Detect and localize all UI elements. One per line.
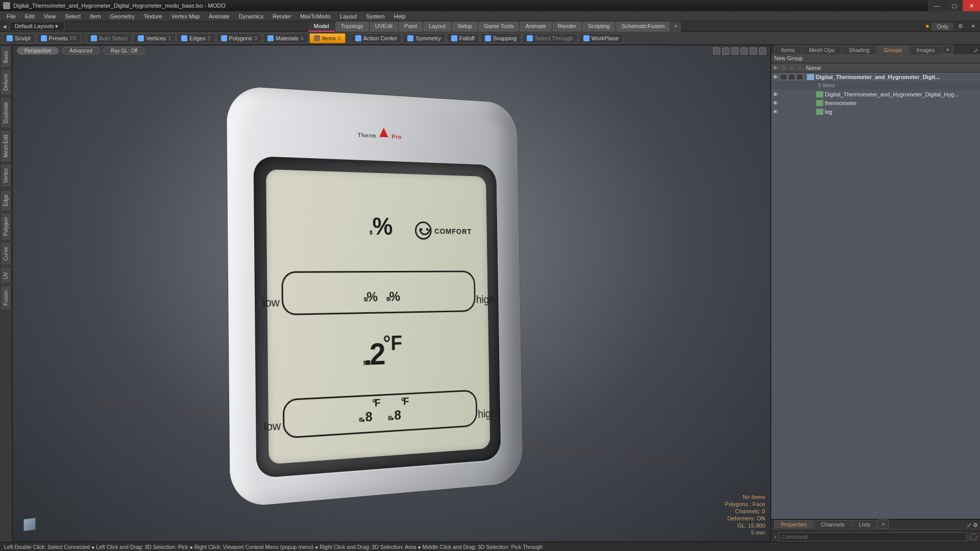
toolbar-auto-select[interactable]: Auto Select: [86, 33, 132, 43]
tree-row[interactable]: 👁thermometer: [771, 98, 980, 107]
sidetab-deform[interactable]: Deform: [2, 70, 10, 94]
menu-texture[interactable]: Texture: [139, 13, 167, 19]
new-group-button[interactable]: New Group: [771, 54, 980, 63]
toolbar-sculpt[interactable]: Sculpt: [2, 33, 35, 43]
pan-icon[interactable]: [722, 47, 729, 55]
menu-edit[interactable]: Edit: [20, 13, 39, 19]
menu-dynamics[interactable]: Dynamics: [234, 13, 268, 19]
toolbar-action-center[interactable]: Action Center: [351, 33, 402, 43]
toolbar-items[interactable]: Items 5: [309, 33, 346, 43]
col-b-icon[interactable]: ○: [788, 65, 796, 71]
menu-view[interactable]: View: [39, 13, 61, 19]
menu-help[interactable]: Help: [389, 13, 410, 19]
viewport-3d[interactable]: PerspectiveAdvancedRay GL: Off Therm▲Pro…: [12, 45, 771, 542]
sidetab-uv[interactable]: UV: [2, 268, 10, 283]
tree-check[interactable]: [788, 74, 795, 80]
toolbar-snapping[interactable]: Snapping: [480, 33, 522, 43]
menu-vertex-map[interactable]: Vertex Map: [167, 13, 205, 19]
viewport-pill-0[interactable]: Perspective: [17, 47, 59, 55]
menu-file[interactable]: File: [2, 13, 20, 19]
toolbar-materials[interactable]: Materials 4: [263, 33, 308, 43]
tab-paint[interactable]: Paint: [399, 21, 423, 32]
sidetab-polygon[interactable]: Polygon: [2, 214, 10, 239]
prop-expand-icon[interactable]: ⤢ ⚙: [967, 522, 978, 529]
tab-game tools[interactable]: Game Tools: [478, 21, 520, 32]
menu-layout[interactable]: Layout: [335, 13, 361, 19]
rp-tab-mesh-ops[interactable]: Mesh Ops: [802, 45, 841, 54]
sidetab-vertex[interactable]: Vertex: [2, 165, 10, 186]
menu-item[interactable]: Item: [85, 13, 105, 19]
toolbar-workplane[interactable]: WorkPlane: [579, 33, 624, 43]
viewport-pill-2[interactable]: Ray GL: Off: [103, 47, 145, 55]
visibility-toggle[interactable]: 👁: [771, 109, 779, 115]
menu-system[interactable]: System: [361, 13, 389, 19]
col-a-icon[interactable]: ◇: [779, 64, 788, 71]
layout-dropdown[interactable]: Default Layouts ▾: [9, 21, 64, 31]
window-minimize-button[interactable]: —: [928, 0, 945, 11]
rp-tab-groups[interactable]: Groups: [877, 45, 909, 54]
only-button[interactable]: Only: [932, 22, 953, 31]
layout-back-button[interactable]: ◄: [0, 23, 9, 30]
viewport-options-icon[interactable]: [750, 47, 757, 55]
sidetab-basic[interactable]: Basic: [2, 47, 10, 66]
tab-layout[interactable]: Layout: [423, 21, 451, 32]
tab-uvedit[interactable]: UVEdit: [370, 21, 398, 32]
zoom-icon[interactable]: [731, 47, 739, 55]
visibility-col-icon[interactable]: 👁: [771, 65, 779, 71]
tree-row[interactable]: 👁Digital_Thermometer_and_Hygrometer_Digi…: [771, 90, 980, 98]
rp-expand-icon[interactable]: ⤢: [973, 47, 978, 54]
toolbar-vertices[interactable]: Vertices 1: [133, 33, 176, 43]
viewport-gear-icon[interactable]: [741, 47, 748, 55]
menu-geometry[interactable]: Geometry: [105, 13, 139, 19]
visibility-toggle[interactable]: 👁: [771, 74, 779, 80]
tab-schematicfusion[interactable]: SchematicFusion: [616, 21, 670, 32]
layout-gear-icon[interactable]: ⚙: [955, 23, 966, 30]
visibility-toggle[interactable]: 👁: [771, 100, 779, 106]
menu-animate[interactable]: Animate: [204, 13, 234, 19]
toolbar-falloff[interactable]: Falloff: [447, 33, 479, 43]
thermometer-model[interactable]: Therm▲Pro 53% COMFORT low 50% 69% high: [227, 85, 523, 508]
toolbar-polygons[interactable]: Polygons 3: [216, 33, 262, 43]
prop-tab-lists[interactable]: Lists: [852, 520, 877, 529]
toolbar-presets[interactable]: Presets F6: [36, 33, 81, 43]
menu-render[interactable]: Render: [268, 13, 296, 19]
rp-tab-shading[interactable]: Shading: [842, 45, 876, 54]
tree-row[interactable]: 👁leg: [771, 107, 980, 116]
menu-maxtomodo[interactable]: MaxToModo: [296, 13, 335, 19]
viewport-expand-icon[interactable]: [759, 47, 766, 55]
window-close-button[interactable]: ✕: [963, 0, 980, 11]
axis-gizmo[interactable]: [20, 515, 39, 534]
sidetab-duplicate[interactable]: Duplicate: [2, 98, 10, 127]
record-icon[interactable]: [970, 533, 977, 540]
tab-setup[interactable]: Setup: [452, 21, 478, 32]
tree-check[interactable]: [796, 74, 803, 80]
tree-check[interactable]: [780, 74, 787, 80]
tab-scripting[interactable]: Scripting: [582, 21, 616, 32]
tree-row[interactable]: 5 Items: [771, 81, 980, 90]
toolbar-edges[interactable]: Edges 2: [177, 33, 215, 43]
sidetab-mesh-edit[interactable]: Mesh Edit: [2, 131, 10, 161]
tree-row[interactable]: 👁Digital_Thermometer_and_Hygrometer_Digi…: [771, 72, 980, 81]
scene-tree[interactable]: 👁Digital_Thermometer_and_Hygrometer_Digi…: [771, 72, 980, 519]
layout-settings-icon[interactable]: ✶: [968, 23, 978, 30]
tab-animate[interactable]: Animate: [520, 21, 551, 32]
tab-model[interactable]: Model: [308, 21, 335, 32]
window-maximize-button[interactable]: ▢: [945, 0, 963, 11]
rp-tab-items[interactable]: Items: [774, 45, 801, 54]
prop-tab-channels[interactable]: Channels: [814, 520, 851, 529]
sidetab-edge[interactable]: Edge: [2, 191, 10, 210]
sidetab-curve[interactable]: Curve: [2, 243, 10, 264]
prop-tab-add[interactable]: +: [878, 519, 888, 529]
prop-tab-properties[interactable]: Properties: [774, 520, 813, 529]
command-input[interactable]: [779, 532, 967, 541]
viewport-pill-1[interactable]: Advanced: [62, 47, 100, 55]
rp-tab-images[interactable]: Images: [910, 45, 942, 54]
menu-select[interactable]: Select: [60, 13, 85, 19]
tab-render[interactable]: Render: [552, 21, 582, 32]
visibility-toggle[interactable]: 👁: [771, 91, 779, 97]
toolbar-symmetry[interactable]: Symmetry: [403, 33, 446, 43]
sidetab-fusion[interactable]: Fusion: [2, 287, 10, 309]
toolbar-select-through[interactable]: Select Through: [522, 33, 577, 43]
rp-tab-add[interactable]: +: [943, 45, 953, 54]
tab-topology[interactable]: Topology: [335, 21, 369, 32]
